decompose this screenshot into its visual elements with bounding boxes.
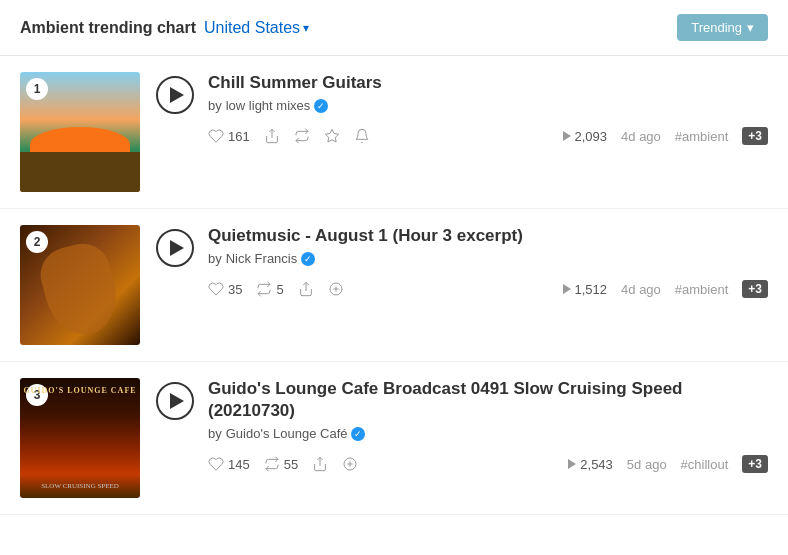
share-button[interactable] xyxy=(264,128,280,144)
thumbnail-wrapper: 3 GUIDO'S LOUNGE CAFE SLOW CRUISING SPEE… xyxy=(20,378,140,498)
heart-icon xyxy=(208,128,224,144)
track-artist: by Nick Francis ✓ xyxy=(208,251,768,266)
artist-prefix: by xyxy=(208,251,222,266)
play-count-value: 2,543 xyxy=(580,457,613,472)
track-list: 1 Chill Summer Guitars by low light mixe… xyxy=(0,56,788,515)
play-triangle-icon xyxy=(568,459,576,469)
track-info: Guido's Lounge Cafe Broadcast 0491 Slow … xyxy=(208,378,768,473)
location-selector[interactable]: United States ▾ xyxy=(204,19,309,37)
play-button-wrap xyxy=(156,382,194,420)
plus-badge[interactable]: +3 xyxy=(742,455,768,473)
track-artist: by Guido's Lounge Café ✓ xyxy=(208,426,768,441)
thumb-label-bottom: SLOW CRUISING SPEED xyxy=(20,482,140,490)
action-row: 161 xyxy=(208,128,370,144)
share-icon xyxy=(298,281,314,297)
bell-button[interactable] xyxy=(354,128,370,144)
add-button[interactable] xyxy=(328,281,344,297)
track-info: Quietmusic - August 1 (Hour 3 excerpt) b… xyxy=(208,225,768,298)
repost-button[interactable] xyxy=(294,128,310,144)
repost-icon xyxy=(264,456,280,472)
artist-name[interactable]: Guido's Lounge Café xyxy=(226,426,348,441)
share-button[interactable] xyxy=(298,281,314,297)
play-button[interactable] xyxy=(156,229,194,267)
list-item: 3 GUIDO'S LOUNGE CAFE SLOW CRUISING SPEE… xyxy=(0,362,788,515)
verified-badge: ✓ xyxy=(351,427,365,441)
add-track-icon xyxy=(328,281,344,297)
svg-marker-0 xyxy=(325,129,338,142)
play-triangle-icon xyxy=(563,284,571,294)
play-button[interactable] xyxy=(156,382,194,420)
play-icon xyxy=(170,240,184,256)
bottom-row: 35 5 1,512 xyxy=(208,280,768,298)
artist-prefix: by xyxy=(208,98,222,113)
repost-button[interactable]: 5 xyxy=(256,281,283,297)
bottom-row: 145 55 2,543 xyxy=(208,455,768,473)
add-button[interactable] xyxy=(342,456,358,472)
like-button[interactable]: 35 xyxy=(208,281,242,297)
time-ago: 4d ago xyxy=(621,129,661,144)
bell-icon xyxy=(354,128,370,144)
plus-badge[interactable]: +3 xyxy=(742,127,768,145)
play-triangle-icon xyxy=(563,131,571,141)
track-title[interactable]: Chill Summer Guitars xyxy=(208,72,768,94)
play-count-value: 1,512 xyxy=(575,282,608,297)
add-track-icon xyxy=(342,456,358,472)
repost-button[interactable]: 55 xyxy=(264,456,298,472)
repost-icon xyxy=(256,281,272,297)
bottom-row: 161 xyxy=(208,127,768,145)
repost-count: 55 xyxy=(284,457,298,472)
like-button[interactable]: 145 xyxy=(208,456,250,472)
play-count: 2,093 xyxy=(563,129,608,144)
play-icon xyxy=(170,87,184,103)
plus-badge[interactable]: +3 xyxy=(742,280,768,298)
thumbnail-wrapper: 1 xyxy=(20,72,140,192)
play-button[interactable] xyxy=(156,76,194,114)
like-count: 161 xyxy=(228,129,250,144)
thumb-label-top: GUIDO'S LOUNGE CAFE xyxy=(20,386,140,395)
play-button-wrap xyxy=(156,229,194,267)
track-meta: 2,093 4d ago #ambient +3 xyxy=(563,127,768,145)
header-left: Ambient trending chart United States ▾ xyxy=(20,19,309,37)
track-info: Chill Summer Guitars by low light mixes … xyxy=(208,72,768,145)
track-title[interactable]: Quietmusic - August 1 (Hour 3 excerpt) xyxy=(208,225,768,247)
chevron-down-icon: ▾ xyxy=(747,20,754,35)
hashtag[interactable]: #chillout xyxy=(681,457,729,472)
list-item: 1 Chill Summer Guitars by low light mixe… xyxy=(0,56,788,209)
track-title[interactable]: Guido's Lounge Cafe Broadcast 0491 Slow … xyxy=(208,378,768,422)
like-button[interactable]: 161 xyxy=(208,128,250,144)
trending-label: Trending xyxy=(691,20,742,35)
verified-badge: ✓ xyxy=(314,99,328,113)
list-item: 2 Quietmusic - August 1 (Hour 3 excerpt)… xyxy=(0,209,788,362)
chart-title: Ambient trending chart xyxy=(20,19,196,37)
repost-count: 5 xyxy=(276,282,283,297)
track-meta: 2,543 5d ago #chillout +3 xyxy=(568,455,768,473)
hashtag[interactable]: #ambient xyxy=(675,129,728,144)
action-row: 35 5 xyxy=(208,281,344,297)
track-number: 2 xyxy=(26,231,48,253)
like-count: 145 xyxy=(228,457,250,472)
play-icon xyxy=(170,393,184,409)
star-button[interactable] xyxy=(324,128,340,144)
hashtag[interactable]: #ambient xyxy=(675,282,728,297)
play-count: 1,512 xyxy=(563,282,608,297)
play-count: 2,543 xyxy=(568,457,613,472)
track-number: 1 xyxy=(26,78,48,100)
share-button[interactable] xyxy=(312,456,328,472)
location-label: United States xyxy=(204,19,300,37)
play-button-wrap xyxy=(156,76,194,114)
thumbnail-wrapper: 2 xyxy=(20,225,140,345)
artist-name[interactable]: low light mixes xyxy=(226,98,311,113)
track-artist: by low light mixes ✓ xyxy=(208,98,768,113)
page-header: Ambient trending chart United States ▾ T… xyxy=(0,0,788,56)
heart-icon xyxy=(208,281,224,297)
repost-icon xyxy=(294,128,310,144)
heart-icon xyxy=(208,456,224,472)
artist-name[interactable]: Nick Francis xyxy=(226,251,298,266)
artist-prefix: by xyxy=(208,426,222,441)
trending-button[interactable]: Trending ▾ xyxy=(677,14,768,41)
time-ago: 4d ago xyxy=(621,282,661,297)
share-icon xyxy=(264,128,280,144)
action-row: 145 55 xyxy=(208,456,358,472)
verified-badge: ✓ xyxy=(301,252,315,266)
track-meta: 1,512 4d ago #ambient +3 xyxy=(563,280,768,298)
